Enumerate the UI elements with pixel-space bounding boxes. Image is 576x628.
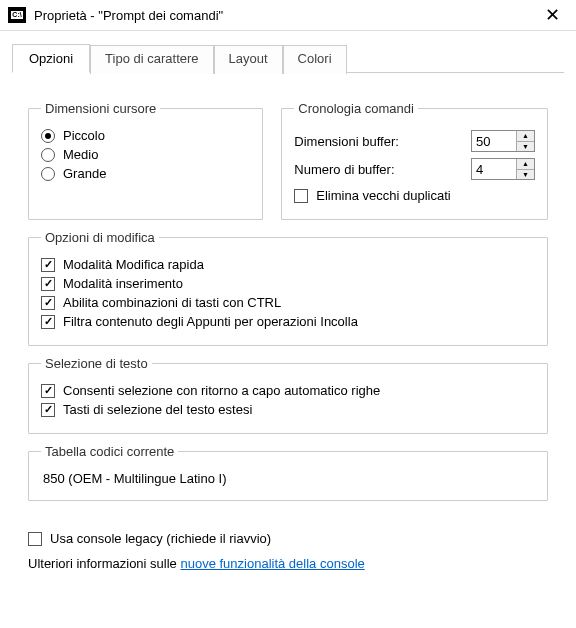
checkbox-icon [41, 384, 55, 398]
buffer-size-label: Dimensioni buffer: [294, 134, 471, 149]
tab-colors[interactable]: Colori [283, 45, 347, 74]
chevron-up-icon[interactable]: ▲ [517, 131, 534, 142]
codepage-value: 850 (OEM - Multilingue Latino I) [41, 467, 535, 488]
radio-small-label: Piccolo [63, 128, 105, 143]
radio-icon [41, 148, 55, 162]
tab-layout[interactable]: Layout [214, 45, 283, 74]
app-icon-glyph: C:\ [11, 11, 22, 19]
command-history-group: Cronologia comandi Dimensioni buffer: ▲ … [281, 101, 548, 220]
wrap-selection-checkbox[interactable]: Consenti selezione con ritorno a capo au… [41, 383, 535, 398]
radio-large[interactable]: Grande [41, 166, 250, 181]
extended-keys-checkbox[interactable]: Tasti di selezione del testo estesi [41, 402, 535, 417]
quick-edit-label: Modalità Modifica rapida [63, 257, 204, 272]
filter-paste-checkbox[interactable]: Filtra contenuto degli Appunti per opera… [41, 314, 535, 329]
insert-mode-label: Modalità inserimento [63, 276, 183, 291]
text-selection-group: Selezione di testo Consenti selezione co… [28, 356, 548, 434]
app-icon: C:\ [8, 7, 26, 23]
cursor-size-group: Dimensioni cursore Piccolo Medio Grande [28, 101, 263, 220]
radio-icon [41, 129, 55, 143]
legacy-console-label: Usa console legacy (richiede il riavvio) [50, 531, 271, 546]
checkbox-icon [294, 189, 308, 203]
tab-content: Dimensioni cursore Piccolo Medio Grande … [0, 73, 576, 521]
command-history-legend: Cronologia comandi [294, 101, 418, 116]
wrap-selection-label: Consenti selezione con ritorno a capo au… [63, 383, 380, 398]
checkbox-icon [41, 315, 55, 329]
cursor-size-legend: Dimensioni cursore [41, 101, 160, 116]
window-title: Proprietà - "Prompt dei comandi" [34, 8, 539, 23]
console-features-link[interactable]: nuove funzionalità della console [180, 556, 364, 571]
tab-font[interactable]: Tipo di carattere [90, 45, 213, 74]
quick-edit-checkbox[interactable]: Modalità Modifica rapida [41, 257, 535, 272]
buffer-size-input[interactable] [472, 131, 516, 151]
edit-options-legend: Opzioni di modifica [41, 230, 159, 245]
radio-small[interactable]: Piccolo [41, 128, 250, 143]
codepage-group: Tabella codici corrente 850 (OEM - Multi… [28, 444, 548, 501]
ctrl-keys-label: Abilita combinazioni di tasti con CTRL [63, 295, 281, 310]
legacy-console-checkbox[interactable]: Usa console legacy (richiede il riavvio) [28, 531, 548, 546]
radio-icon [41, 167, 55, 181]
ctrl-keys-checkbox[interactable]: Abilita combinazioni di tasti con CTRL [41, 295, 535, 310]
checkbox-icon [28, 532, 42, 546]
extended-keys-label: Tasti di selezione del testo estesi [63, 402, 252, 417]
filter-paste-label: Filtra contenuto degli Appunti per opera… [63, 314, 358, 329]
insert-mode-checkbox[interactable]: Modalità inserimento [41, 276, 535, 291]
discard-duplicates-label: Elimina vecchi duplicati [316, 188, 450, 203]
tab-strip: Opzioni Tipo di carattere Layout Colori [0, 31, 576, 72]
checkbox-icon [41, 403, 55, 417]
text-selection-legend: Selezione di testo [41, 356, 152, 371]
codepage-legend: Tabella codici corrente [41, 444, 178, 459]
radio-medium-label: Medio [63, 147, 98, 162]
buffer-count-spinner[interactable]: ▲ ▼ [471, 158, 535, 180]
info-prefix: Ulteriori informazioni sulle [28, 556, 180, 571]
radio-medium[interactable]: Medio [41, 147, 250, 162]
info-line: Ulteriori informazioni sulle nuove funzi… [28, 556, 548, 571]
edit-options-group: Opzioni di modifica Modalità Modifica ra… [28, 230, 548, 346]
title-bar: C:\ Proprietà - "Prompt dei comandi" ✕ [0, 0, 576, 31]
chevron-down-icon[interactable]: ▼ [517, 142, 534, 152]
checkbox-icon [41, 277, 55, 291]
chevron-up-icon[interactable]: ▲ [517, 159, 534, 170]
checkbox-icon [41, 258, 55, 272]
discard-duplicates-checkbox[interactable]: Elimina vecchi duplicati [294, 188, 535, 203]
buffer-count-label: Numero di buffer: [294, 162, 471, 177]
checkbox-icon [41, 296, 55, 310]
buffer-count-input[interactable] [472, 159, 516, 179]
close-icon[interactable]: ✕ [539, 6, 566, 24]
radio-large-label: Grande [63, 166, 106, 181]
buffer-size-spinner[interactable]: ▲ ▼ [471, 130, 535, 152]
tab-options[interactable]: Opzioni [12, 44, 90, 73]
bottom-area: Usa console legacy (richiede il riavvio)… [0, 521, 576, 581]
chevron-down-icon[interactable]: ▼ [517, 170, 534, 180]
